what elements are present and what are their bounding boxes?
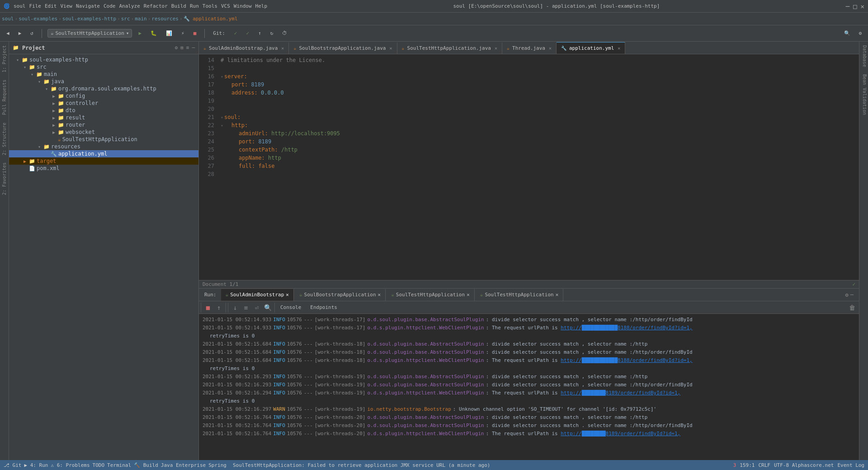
fold-icon[interactable]: ▾ — [221, 123, 223, 128]
back-button[interactable]: ◀ — [4, 29, 12, 37]
sidebar-tab-favorites[interactable]: 2: Favorites — [1, 159, 8, 199]
stop-button[interactable]: ■ — [191, 29, 199, 37]
tree-item-soul-examples-http[interactable]: ▾ 📁 soul-examples-http — [9, 56, 198, 63]
tab-application-yml[interactable]: 🔧 application.yml ✕ — [557, 42, 625, 54]
run-tab-soul-admin[interactable]: ☕ SoulAdminBootstrap ✕ — [221, 289, 294, 301]
code-editor[interactable]: # limitations under the License. ▾ serve… — [217, 54, 859, 280]
tab-thread[interactable]: ☕ Thread.java ✕ — [502, 42, 557, 54]
menu-window[interactable]: Window — [234, 3, 252, 9]
git-history[interactable]: ⏱ — [279, 29, 290, 37]
tab-close-icon[interactable]: ✕ — [618, 46, 620, 51]
menu-refactor[interactable]: Refactor — [144, 3, 168, 9]
forward-button[interactable]: ▶ — [16, 29, 24, 37]
terminal-status[interactable]: Terminal — [107, 462, 131, 468]
editor-content[interactable]: 14 15 16 17 18 19 20 21 22 23 24 25 26 2… — [199, 54, 859, 280]
scroll-down-button[interactable]: ↓ — [230, 303, 240, 313]
breadcrumb-file[interactable]: 🔧 application.yml — [184, 16, 238, 22]
tree-item-pom[interactable]: ▶ 📄 pom.xml — [9, 165, 198, 172]
debug-button[interactable]: 🐛 — [148, 29, 160, 37]
tab-close-icon[interactable]: ✕ — [549, 46, 552, 51]
line-ending[interactable]: CRLF — [758, 462, 770, 468]
menu-soul[interactable]: soul — [14, 3, 26, 9]
scroll-up-button[interactable]: ↑ — [214, 303, 224, 313]
console-output[interactable]: 2021-01-15 00:52:14.933 INFO 10576 --- [… — [199, 314, 859, 460]
menu-analyze[interactable]: Analyze — [119, 3, 140, 9]
tab-soul-bootstrap-app[interactable]: ☕ SoulBootstrapApplication.java ✕ — [289, 42, 397, 54]
tab-close-icon[interactable]: ✕ — [281, 46, 284, 51]
settings-icon[interactable]: ⚙ — [845, 292, 849, 298]
project-layout-icon[interactable]: ⊞ — [180, 45, 184, 51]
clear-button[interactable]: 🗑 — [847, 303, 857, 313]
tree-item-target[interactable]: ▶ 📁 target — [9, 157, 198, 165]
search-button[interactable]: 🔍 — [841, 29, 853, 37]
minimize-button[interactable]: ─ — [846, 3, 849, 10]
sidebar-tab-bean-validation[interactable]: Bean Validation — [859, 71, 868, 119]
maximize-button[interactable]: □ — [853, 3, 857, 10]
git-status[interactable]: ⎇ Git — [4, 462, 22, 468]
tab-close-icon[interactable]: ✕ — [495, 46, 497, 51]
breadcrumb-soul-examples[interactable]: soul-examples — [19, 16, 57, 22]
sidebar-tab-project[interactable]: 1: Project — [1, 42, 8, 76]
tree-item-dto[interactable]: ▶ 📁 dto — [9, 107, 198, 114]
menu-vcs[interactable]: VCS — [221, 3, 230, 9]
wrap-button[interactable]: ⏎ — [252, 303, 262, 313]
run-button[interactable]: ▶ — [136, 29, 144, 37]
fold-icon[interactable]: ▾ — [221, 74, 223, 79]
endpoints-sub-tab[interactable]: Endpoints — [307, 304, 341, 311]
git-check2[interactable]: ✓ — [243, 29, 252, 37]
breadcrumb-soul-examples-http[interactable]: soul-examples-http — [62, 16, 116, 22]
problems-status[interactable]: ⚠ 6: Problems — [51, 462, 90, 468]
tree-item-router[interactable]: ▶ 📁 router — [9, 121, 198, 128]
tree-item-resources[interactable]: ▾ 📁 resources — [9, 143, 198, 150]
sidebar-tab-structure[interactable]: 2: Structure — [1, 119, 8, 159]
menu-file[interactable]: File — [29, 3, 42, 9]
tree-item-application-yml[interactable]: ▶ 🔧 application.yml — [9, 150, 198, 157]
run-config-dropdown[interactable]: ☕ SoulTestHttpApplication ▾ — [47, 29, 132, 38]
run-tab-close[interactable]: ✕ — [467, 292, 470, 298]
sidebar-tab-pull-requests[interactable]: Pull Requests — [1, 76, 8, 119]
run-tab-bootstrap[interactable]: ☕ SoulBootstrapApplication ✕ — [295, 289, 386, 301]
tree-item-org-package[interactable]: ▾ 📁 org.dromara.soul.examples.http — [9, 85, 198, 92]
tree-item-java[interactable]: ▾ 📁 java — [9, 78, 198, 85]
format-button[interactable]: ≡ — [241, 303, 251, 313]
tree-item-soul-test-app[interactable]: ▶ ☕ SoulTestHttpApplication — [9, 136, 198, 143]
breadcrumb-resources[interactable]: resources — [151, 16, 179, 22]
tree-item-config[interactable]: ▶ 📁 config — [9, 92, 198, 100]
minimize-panel-icon[interactable]: ─ — [850, 292, 854, 298]
url-link[interactable]: http://████████8189/order/findById?id=1, — [561, 390, 680, 396]
menu-tools[interactable]: Tools — [203, 3, 217, 9]
build-status[interactable]: 🔨 Build — [134, 462, 158, 468]
console-sub-tab[interactable]: Console — [277, 304, 305, 311]
project-settings-icon[interactable]: ⚙ — [175, 45, 178, 51]
breadcrumb-main[interactable]: main — [135, 16, 147, 22]
run-tab-close[interactable]: ✕ — [286, 292, 289, 298]
stop-run-button[interactable]: ■ — [203, 303, 213, 313]
menu-view[interactable]: View — [61, 3, 73, 9]
git-check1[interactable]: ✓ — [231, 29, 240, 37]
spring-status[interactable]: Spring — [208, 462, 226, 468]
url-link[interactable]: http://████████████8188/order/findById?i… — [561, 325, 692, 331]
menu-help[interactable]: Help — [255, 3, 268, 9]
url-link[interactable]: http://████████8189/order/findById?id=1, — [561, 431, 680, 437]
breadcrumb-soul[interactable]: soul — [2, 16, 14, 22]
menu-build[interactable]: Build — [171, 3, 186, 9]
menu-navigate[interactable]: Navigate — [76, 3, 100, 9]
tree-item-main[interactable]: ▾ 📁 main — [9, 71, 198, 78]
tree-item-result[interactable]: ▶ 📁 result — [9, 114, 198, 121]
menu-code[interactable]: Code — [104, 3, 116, 9]
run-tab-soul-test2[interactable]: ☕ SoulTestHttpApplication ✕ — [476, 289, 564, 301]
tab-soul-test-http-app[interactable]: ☕ SoulTestHttpApplication.java ✕ — [397, 42, 503, 54]
fold-icon[interactable]: ▾ — [221, 115, 223, 120]
menu-edit[interactable]: Edit — [45, 3, 57, 9]
coverage-button[interactable]: 📊 — [163, 29, 175, 37]
breadcrumb-src[interactable]: src — [121, 16, 130, 22]
git-push[interactable]: ↑ — [255, 29, 264, 37]
close-button[interactable]: ✕ — [861, 3, 864, 10]
project-minimize-icon[interactable]: ─ — [192, 45, 195, 51]
run-tab-close[interactable]: ✕ — [556, 292, 559, 298]
profile-button[interactable]: ⚡ — [179, 29, 187, 37]
tree-item-src[interactable]: ▾ 📁 src — [9, 63, 198, 71]
project-gear-icon[interactable]: ≡ — [186, 45, 189, 51]
sidebar-tab-database[interactable]: Database — [859, 42, 868, 71]
run-tab-soul-test1[interactable]: ☕ SoulTestHttpApplication ✕ — [387, 289, 475, 301]
